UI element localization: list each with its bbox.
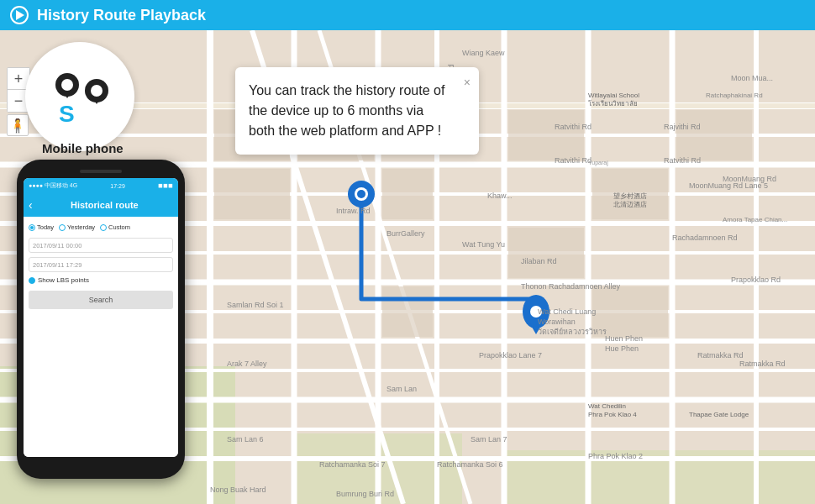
svg-text:Witlayalai School: Witlayalai School: [588, 92, 639, 99]
phone-screen: ●●●● 中国移动 4G 17:29 ◼◼◼ ‹ Historical rout…: [24, 178, 178, 457]
gps-logo: S: [25, 42, 134, 151]
svg-rect-34: [676, 110, 752, 160]
phone-search-button[interactable]: Search: [29, 291, 173, 309]
phone-radio-row: Today Yesterday Custom: [29, 223, 173, 231]
svg-text:Khaw...: Khaw...: [487, 192, 513, 200]
svg-text:Jilaban Rd: Jilaban Rd: [521, 257, 557, 265]
svg-rect-29: [214, 169, 290, 219]
phone-checkbox-lbs: [29, 277, 35, 284]
phone-radio-custom[interactable]: Custom: [100, 223, 130, 231]
svg-text:Yuparaj: Yuparaj: [588, 160, 608, 166]
svg-text:Huen Phen: Huen Phen: [605, 334, 643, 343]
svg-point-40: [357, 190, 365, 198]
svg-text:Thonon Rachadamnoen Alley: Thonon Rachadamnoen Alley: [521, 282, 621, 291]
svg-rect-37: [382, 286, 433, 337]
phone-nav-title: Historical route: [36, 200, 173, 210]
radio-label-yesterday: Yesterday: [67, 223, 95, 231]
popup-text: You can track the history route of the d…: [249, 83, 444, 138]
phone-status-carrier: ●●●● 中国移动 4G: [29, 181, 77, 190]
svg-text:望乡村酒店: 望乡村酒店: [613, 192, 647, 200]
svg-text:Ratvithi Rd: Ratvithi Rd: [555, 123, 592, 131]
radio-dot-custom: [100, 224, 107, 231]
mobile-phone-label: Mobile phone: [42, 141, 124, 155]
svg-text:Thapae Gate Lodge: Thapae Gate Lodge: [689, 411, 749, 418]
svg-text:Phra Pok Klao 2: Phra Pok Klao 2: [588, 452, 643, 460]
phone-content: Today Yesterday Custom 2017/09/11 00:00: [24, 217, 178, 457]
svg-text:北清迈酒店: 北清迈酒店: [613, 201, 647, 208]
svg-text:Worawihan: Worawihan: [538, 318, 576, 326]
svg-rect-31: [382, 169, 433, 219]
phone-speaker: [80, 170, 122, 173]
svg-text:Ratvithi Rd: Ratvithi Rd: [664, 156, 701, 165]
svg-text:MoonMuang Rd: MoonMuang Rd: [723, 175, 776, 183]
svg-text:Sam Lan: Sam Lan: [386, 385, 417, 393]
phone-status-battery: ◼◼◼: [158, 182, 173, 189]
page-title: History Route Playback: [37, 7, 206, 24]
svg-text:Ratchamanka Soi 6: Ratchamanka Soi 6: [437, 460, 503, 469]
svg-text:S: S: [59, 101, 75, 127]
svg-text:Rachadamnoen Rd: Rachadamnoen Rd: [672, 234, 738, 242]
svg-text:Ratchaphakinai Rd: Ratchaphakinai Rd: [706, 92, 763, 99]
radio-label-custom: Custom: [108, 223, 130, 231]
svg-text:Ratmakka Rd: Ratmakka Rd: [739, 360, 786, 368]
svg-text:Amora Tapae Chian...: Amora Tapae Chian...: [723, 216, 787, 223]
svg-text:วัดเจดีย์หลวงวรวิหาร: วัดเจดีย์หลวงวรวิหาร: [538, 327, 607, 336]
svg-text:Moon Mua...: Moon Mua...: [731, 74, 773, 82]
svg-text:Prapokklao Lane 7: Prapokklao Lane 7: [479, 351, 542, 360]
phone-date-input-2[interactable]: 2017/09/11 17:29: [29, 257, 173, 272]
svg-point-96: [61, 79, 73, 91]
phone-date-input-1[interactable]: 2017/09/11 00:00: [29, 238, 173, 253]
svg-text:Nong Buak Hard: Nong Buak Hard: [210, 486, 266, 494]
info-popup: × You can track the history route of the…: [235, 67, 479, 155]
radio-dot-today: [29, 224, 35, 231]
svg-rect-35: [508, 228, 584, 278]
play-icon: [10, 6, 29, 24]
svg-text:Prapokklao Rd: Prapokklao Rd: [731, 276, 781, 284]
svg-text:โรงเรียนวิทยาลัย: โรงเรียนวิทยาลัย: [588, 99, 638, 108]
phone-nav-bar: ‹ Historical route: [24, 193, 178, 217]
svg-text:Sam Lan 7: Sam Lan 7: [471, 435, 507, 444]
svg-text:Sam Lan 6: Sam Lan 6: [227, 435, 264, 444]
phone-nav-back[interactable]: ‹: [29, 198, 33, 212]
popup-close-button[interactable]: ×: [464, 74, 471, 92]
svg-text:Wat Chedilin: Wat Chedilin: [588, 402, 626, 410]
svg-text:Hue Phen: Hue Phen: [605, 344, 639, 353]
svg-text:Samlan Rd Soi 1: Samlan Rd Soi 1: [227, 301, 284, 309]
svg-text:Ratmakka Rd: Ratmakka Rd: [697, 351, 744, 360]
svg-text:BurrGallery: BurrGallery: [386, 229, 425, 238]
svg-text:Intraw. Rd: Intraw. Rd: [336, 207, 371, 215]
header-bar: History Route Playback: [0, 0, 815, 30]
svg-text:Wiang Kaew: Wiang Kaew: [462, 49, 505, 57]
svg-text:Phra Pok Klao 4: Phra Pok Klao 4: [588, 411, 637, 418]
svg-text:Arak 7 Alley: Arak 7 Alley: [227, 360, 267, 368]
radio-dot-yesterday: [59, 224, 66, 231]
svg-text:Wat Chedi Luang: Wat Chedi Luang: [538, 307, 596, 316]
svg-text:Ratvithi Rd: Ratvithi Rd: [555, 156, 592, 165]
phone-checkbox-row[interactable]: Show LBS points: [29, 276, 173, 284]
phone-status-bar: ●●●● 中国移动 4G 17:29 ◼◼◼: [24, 178, 178, 193]
svg-text:Wat Tung Yu: Wat Tung Yu: [462, 240, 505, 249]
svg-rect-32: [508, 110, 584, 160]
svg-point-99: [91, 85, 103, 97]
svg-text:Ratchamanka Soi 7: Ratchamanka Soi 7: [319, 460, 386, 469]
gps-logo-svg: S: [38, 55, 122, 139]
phone-mockup: ●●●● 中国移动 4G 17:29 ◼◼◼ ‹ Historical rout…: [17, 160, 185, 479]
phone-status-time: 17:29: [110, 183, 125, 189]
svg-text:Bumrung Buri Rd: Bumrung Buri Rd: [336, 490, 394, 498]
phone-radio-yesterday[interactable]: Yesterday: [59, 223, 95, 231]
phone-checkbox-label: Show LBS points: [38, 276, 89, 284]
radio-label-today: Today: [37, 223, 54, 231]
svg-text:Rajvithi Rd: Rajvithi Rd: [664, 123, 701, 131]
phone-radio-today[interactable]: Today: [29, 223, 54, 231]
